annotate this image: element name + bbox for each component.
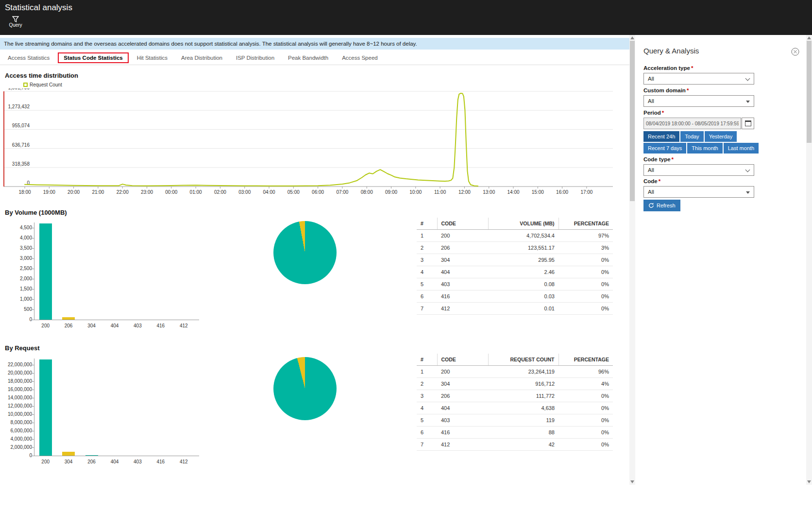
svg-text:19:00: 19:00	[43, 189, 55, 195]
panel-scrollbar[interactable]	[806, 35, 812, 485]
section-title-by-request: By Request	[5, 344, 40, 352]
table-row: 54030.080%	[417, 278, 613, 290]
table-header-row: #CODEREQUEST COUNTPERCENTAGE	[417, 354, 613, 366]
quick-range-last-month[interactable]: Last month	[724, 143, 759, 154]
table-cell: 4	[417, 402, 437, 414]
quick-ranges-row1: Recent 24hTodayYesterday	[643, 131, 738, 142]
tab-peak-bandwidth[interactable]: Peak Bandwidth	[281, 52, 335, 63]
scroll-up-icon[interactable]	[807, 36, 811, 39]
quick-range-today[interactable]: Today	[680, 131, 703, 142]
svg-text:18:00: 18:00	[18, 189, 31, 195]
query-button[interactable]: Query	[4, 15, 27, 34]
svg-text:15:00: 15:00	[532, 189, 544, 195]
svg-text:07:00: 07:00	[336, 189, 348, 195]
refresh-button[interactable]: Refresh	[643, 200, 680, 211]
scroll-up-icon[interactable]	[630, 36, 634, 39]
y-tick-label: 3,000	[6, 256, 32, 261]
svg-text:05:00: 05:00	[288, 189, 300, 195]
y-tick-label: 12,000,000	[6, 404, 32, 409]
table-cell: 416	[437, 427, 488, 439]
info-banner: The live streaming domains and the overs…	[0, 38, 629, 50]
quick-range-yesterday[interactable]: Yesterday	[705, 131, 737, 142]
x-tick-label: 404	[103, 459, 126, 464]
svg-text:08:00: 08:00	[361, 189, 373, 195]
svg-text:22:00: 22:00	[117, 189, 129, 195]
table-cell: 4,638	[488, 402, 558, 414]
code-type-select[interactable]: All	[643, 164, 754, 176]
table-row: 6416880%	[417, 427, 613, 439]
refresh-button-label: Refresh	[657, 203, 676, 208]
page-title: Statistical analysis	[5, 3, 72, 13]
table-cell: 0.01	[488, 303, 558, 315]
table-cell: 4%	[558, 378, 613, 390]
quick-range-recent-24h[interactable]: Recent 24h	[643, 131, 679, 142]
main-scrollbar-thumb[interactable]	[630, 41, 635, 201]
legend-request-count: Request Count	[23, 82, 62, 87]
quick-range-recent-7-days[interactable]: Recent 7 days	[643, 143, 686, 154]
caret-down-icon	[746, 101, 750, 103]
time-line-chart: 0318,358636,716955,0741,273,4321,591,790…	[3, 88, 616, 198]
period-label: Period*	[643, 110, 664, 116]
x-tick-label: 403	[126, 323, 149, 328]
custom-domain-select[interactable]: All	[643, 95, 754, 107]
y-tick-label: 14,000,000	[6, 395, 32, 400]
table-cell: 2	[417, 378, 437, 390]
panel-scrollbar-thumb[interactable]	[807, 41, 812, 143]
svg-text:02:00: 02:00	[214, 189, 226, 195]
table-cell: 7	[417, 303, 437, 315]
column-header-request-count: REQUEST COUNT	[488, 354, 558, 366]
tab-access-speed[interactable]: Access Speed	[335, 52, 385, 63]
svg-text:23:00: 23:00	[141, 189, 153, 195]
table-row: 2206123,551.173%	[417, 242, 613, 254]
table-row: 3304295.950%	[417, 254, 613, 266]
custom-domain-label: Custom domain*	[643, 87, 689, 93]
table-row: 54031190%	[417, 414, 613, 427]
column-header-percentage: PERCENTAGE	[558, 218, 613, 230]
tab-isp-distribution[interactable]: ISP Distribution	[229, 52, 281, 63]
calendar-button[interactable]	[742, 118, 754, 129]
query-analysis-panel: Query & Analysis Acceleration type* All …	[635, 35, 806, 512]
table-cell: 0%	[558, 266, 613, 278]
table-cell: 3%	[558, 242, 613, 254]
quick-ranges-row2: Recent 7 daysThis monthLast month	[643, 143, 760, 154]
tab-status-code-statistics[interactable]: Status Code Statistics	[58, 52, 128, 63]
main-scrollbar[interactable]	[629, 35, 635, 485]
svg-text:17:00: 17:00	[580, 189, 592, 195]
svg-text:955,074: 955,074	[12, 123, 30, 128]
volume-bar-chart: 05001,0001,5002,0002,5003,0003,5004,0004…	[6, 220, 200, 336]
period-input[interactable]	[643, 118, 741, 129]
request-table: #CODEREQUEST COUNTPERCENTAGE120023,264,1…	[417, 354, 613, 451]
y-tick-label: 1,500	[6, 287, 32, 291]
svg-text:03:00: 03:00	[238, 189, 251, 195]
table-cell: 123,551.17	[488, 242, 558, 254]
select-value: All	[648, 76, 654, 82]
acceleration-type-select[interactable]: All	[643, 73, 754, 85]
request-bar-chart: 02,000,0004,000,0006,000,0008,000,00010,…	[6, 356, 200, 472]
calendar-icon	[745, 120, 751, 126]
y-tick-label: 0	[6, 453, 32, 458]
close-icon[interactable]	[791, 48, 799, 56]
quick-range-this-month[interactable]: This month	[687, 143, 722, 154]
scroll-down-icon[interactable]	[630, 480, 634, 483]
svg-text:14:00: 14:00	[507, 189, 519, 195]
table-cell: 96%	[558, 366, 613, 378]
table-cell: 88	[488, 427, 558, 439]
y-tick-label: 22,000,000	[6, 362, 32, 367]
scroll-down-icon[interactable]	[807, 480, 811, 483]
required-mark: *	[691, 65, 693, 71]
table-cell: 23,264,119	[488, 366, 558, 378]
query-button-label: Query	[4, 22, 27, 28]
y-tick-label: 2,000,000	[6, 445, 32, 450]
y-tick-label: 0	[6, 317, 32, 322]
table-cell: 1	[417, 366, 437, 378]
code-select[interactable]: All	[643, 186, 754, 198]
tab-area-distribution[interactable]: Area Distribution	[174, 52, 229, 63]
table-cell: 403	[437, 278, 488, 290]
table-cell: 404	[437, 266, 488, 278]
y-tick-label: 20,000,000	[6, 371, 32, 375]
y-axis-line	[34, 222, 34, 320]
tab-hit-statistics[interactable]: Hit Statistics	[130, 52, 174, 63]
required-mark: *	[662, 110, 664, 116]
table-cell: 404	[437, 402, 488, 414]
tab-access-statistics[interactable]: Access Statistics	[1, 52, 56, 63]
